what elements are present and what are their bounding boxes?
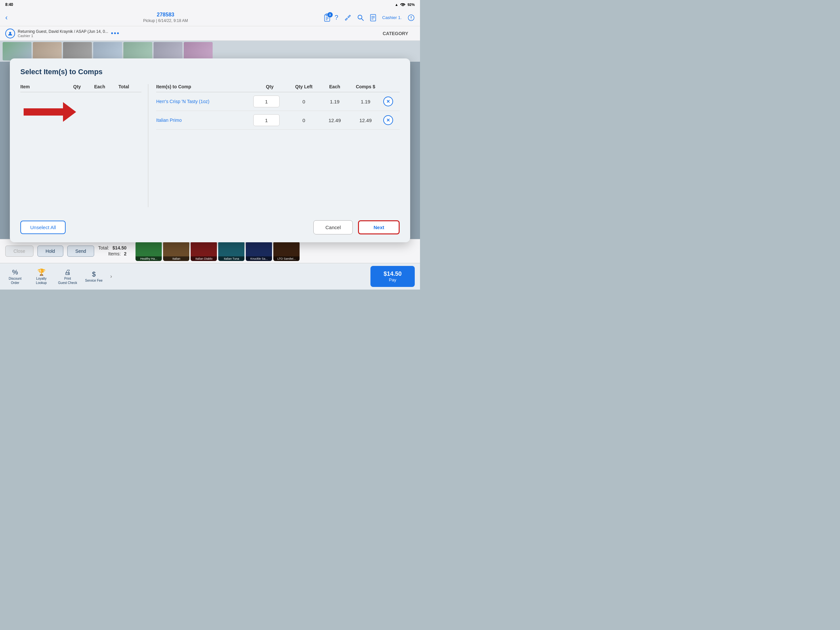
food-thumb-3[interactable]: Italian Diablo — [191, 241, 217, 261]
signal-icon: ▲ — [395, 3, 398, 6]
discount-order-button[interactable]: % Discount Order — [5, 269, 25, 285]
badge-wrap: 3 — [324, 13, 331, 22]
items-label: Items: — [108, 251, 121, 256]
user-text-block: Returning Guest, David Kraynik / ASAP (J… — [18, 29, 108, 38]
bottom-row1: Close Hold Send Total: $14.50 Items: 2 H… — [0, 239, 420, 263]
comp-qty-left-2: 0 — [287, 117, 320, 123]
print-label: Print — [64, 277, 71, 280]
top-nav-right: ? Cashier 1. — [335, 14, 415, 21]
food-thumb-label-1: Healthy Ha... — [136, 256, 162, 261]
avatar — [5, 28, 15, 38]
thumb-5[interactable] — [123, 42, 152, 60]
food-thumb-label-2: Italian — [163, 256, 189, 261]
category-label: CATEGORY — [376, 31, 415, 36]
food-thumbnails: Healthy Ha... Italian Italian Diablo Ita… — [136, 241, 415, 261]
pay-amount: $14.50 Pay — [384, 271, 402, 282]
items-value: 2 — [124, 251, 127, 256]
loyalty-icon: 🏆 — [38, 268, 46, 276]
total-value: $14.50 — [112, 245, 127, 250]
left-header-total: Total — [118, 84, 141, 89]
comp-qty-left-1: 0 — [287, 99, 320, 104]
remove-button-1[interactable]: ✕ — [383, 97, 393, 106]
comp-row-2: Italian Primo 0 12.49 12.49 ✕ — [156, 111, 399, 130]
receipt-button[interactable] — [370, 14, 376, 21]
modal-body: Item Qty Each Total — [21, 84, 399, 207]
right-col-headers: Item(s) to Comp Qty Qty Left Each Comps … — [156, 84, 399, 92]
thumb-1[interactable] — [3, 42, 32, 60]
thumb-4[interactable] — [93, 42, 122, 60]
items-line: Items: 2 — [98, 251, 126, 256]
user-info: Returning Guest, David Kraynik / ASAP (J… — [5, 28, 372, 38]
loyalty-label: Loyalty — [36, 277, 47, 280]
send-button[interactable]: Send — [67, 245, 95, 257]
arrow-area — [21, 92, 141, 131]
total-line: Total: $14.50 — [98, 245, 126, 250]
pay-button[interactable]: $14.50 Pay — [371, 266, 415, 287]
cashier-sub: Cashier 1 — [18, 34, 108, 38]
next-button[interactable]: Next — [358, 220, 399, 234]
thumb-7[interactable] — [184, 42, 213, 60]
right-header-qty-left: Qty Left — [287, 84, 320, 89]
chevron-right-icon: › — [110, 274, 112, 279]
comp-comps-1: 1.19 — [349, 99, 382, 104]
search-button[interactable] — [357, 14, 364, 21]
comp-item-name-1: Herr's Crisp 'N Tasty (1oz) — [156, 99, 252, 104]
main-area: Select Item(s) to Comps Item Qty Each To… — [0, 62, 420, 239]
thumb-3[interactable] — [63, 42, 92, 60]
loyalty-label2: Lookup — [36, 281, 47, 285]
tools-button[interactable] — [344, 14, 351, 21]
service-fee-label: Service Fee — [85, 279, 103, 282]
loyalty-lookup-button[interactable]: 🏆 Loyalty Lookup — [32, 268, 51, 285]
food-thumb-2[interactable]: Italian — [163, 241, 189, 261]
svg-point-12 — [9, 32, 11, 34]
thumb-6[interactable] — [153, 42, 182, 60]
second-nav: Returning Guest, David Kraynik / ASAP (J… — [0, 26, 420, 41]
order-subtitle: Pickup | 6/14/22, 9:18 AM — [143, 18, 188, 24]
time-display: 8:40 — [5, 2, 13, 7]
food-thumb-4[interactable]: Italian Tuna — [218, 241, 245, 261]
print-guest-check-button[interactable]: 🖨 Print Guest Check — [58, 269, 77, 285]
modal-footer: Unselect All Cancel Next — [21, 215, 399, 234]
totals-display: Total: $14.50 Items: 2 — [98, 245, 126, 257]
arrow-body — [24, 108, 63, 116]
bottom-row2: % Discount Order 🏆 Loyalty Lookup 🖨 Prin… — [0, 263, 420, 290]
right-header-comps: Comps $ — [349, 84, 382, 89]
hold-button[interactable]: Hold — [38, 245, 63, 257]
food-thumb-label-5: Knuckle Sa... — [246, 256, 272, 261]
options-button[interactable]: ••• — [111, 30, 120, 37]
comp-row-1: Herr's Crisp 'N Tasty (1oz) 0 1.19 1.19 … — [156, 92, 399, 111]
right-header-each: Each — [322, 84, 348, 89]
pay-value: $14.50 — [384, 271, 402, 277]
cancel-button[interactable]: Cancel — [313, 220, 353, 234]
right-panel: Item(s) to Comp Qty Qty Left Each Comps … — [148, 84, 399, 207]
help-button[interactable]: ? — [335, 14, 338, 21]
comps-modal: Select Item(s) to Comps Item Qty Each To… — [10, 59, 410, 242]
discount-label2: Order — [11, 281, 19, 285]
arrow-head — [63, 102, 76, 122]
left-header-qty: Qty — [73, 84, 93, 89]
food-thumb-6[interactable]: LTO Sandwi... — [273, 241, 300, 261]
bottom-section: Close Hold Send Total: $14.50 Items: 2 H… — [0, 239, 420, 290]
remove-button-2[interactable]: ✕ — [383, 115, 393, 125]
svg-line-6 — [362, 19, 363, 21]
comp-qty-input-2[interactable] — [253, 114, 279, 126]
comp-comps-2: 12.49 — [349, 117, 382, 123]
thumb-2[interactable] — [33, 42, 62, 60]
battery-display: 92% — [407, 3, 415, 6]
back-button[interactable]: ‹ — [5, 13, 8, 22]
exit-button[interactable] — [407, 14, 415, 21]
food-thumb-5[interactable]: Knuckle Sa... — [246, 241, 272, 261]
svg-point-5 — [358, 15, 362, 19]
left-header-item: Item — [21, 84, 72, 89]
modal-overlay: Select Item(s) to Comps Item Qty Each To… — [0, 62, 420, 239]
status-bar: 8:40 ▲ 92% — [0, 0, 420, 9]
comp-qty-input-1[interactable] — [253, 95, 279, 108]
right-header-items: Item(s) to Comp — [156, 84, 252, 89]
left-col-headers: Item Qty Each Total — [21, 84, 141, 92]
unselect-all-button[interactable]: Unselect All — [21, 221, 66, 234]
order-info: 278583 Pickup | 6/14/22, 9:18 AM — [11, 11, 319, 23]
comp-arrow — [24, 102, 76, 122]
close-button[interactable]: Close — [5, 245, 33, 257]
food-thumb-1[interactable]: Healthy Ha... — [136, 241, 162, 261]
service-fee-button[interactable]: $ Service Fee — [84, 271, 104, 282]
